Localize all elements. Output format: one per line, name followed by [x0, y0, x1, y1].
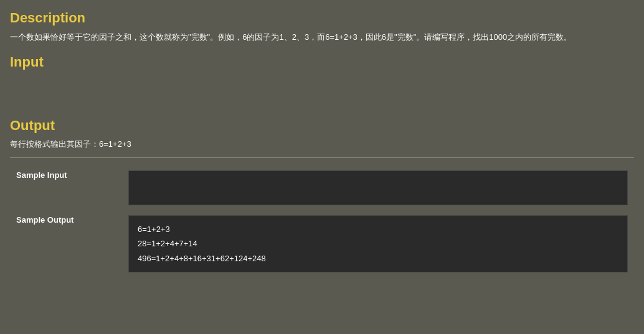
description-title: Description: [10, 10, 634, 26]
output-description: 每行按格式输出其因子：6=1+2+3: [10, 139, 634, 150]
output-line-2: 28=1+2+4+7+14: [138, 236, 618, 251]
sample-table: Sample Input Sample Output 6=1+2+3 28=1+…: [10, 165, 634, 277]
output-section: Output 每行按格式输出其因子：6=1+2+3: [10, 118, 634, 150]
sample-input-row: Sample Input: [10, 165, 634, 210]
main-container: Description 一个数如果恰好等于它的因子之和，这个数就称为"完数"。例…: [0, 0, 644, 287]
description-text: 一个数如果恰好等于它的因子之和，这个数就称为"完数"。例如，6的因子为1、2、3…: [10, 31, 634, 44]
sample-output-cell: 6=1+2+3 28=1+2+4+7+14 496=1+2+4+8+16+31+…: [122, 210, 634, 277]
input-spacer: [10, 75, 634, 113]
divider: [10, 157, 634, 158]
output-line-1: 6=1+2+3: [138, 222, 618, 236]
output-title: Output: [10, 118, 634, 134]
sample-output-row: Sample Output 6=1+2+3 28=1+2+4+7+14 496=…: [10, 210, 634, 277]
description-section: Description 一个数如果恰好等于它的因子之和，这个数就称为"完数"。例…: [10, 10, 634, 44]
sample-input-label: Sample Input: [10, 165, 122, 210]
output-line-3: 496=1+2+4+8+16+31+62+124+248: [138, 251, 618, 266]
sample-output-box: 6=1+2+3 28=1+2+4+7+14 496=1+2+4+8+16+31+…: [128, 215, 628, 272]
sample-output-label: Sample Output: [10, 210, 122, 277]
input-title: Input: [10, 54, 634, 70]
sample-input-box: [128, 170, 628, 205]
sample-input-cell: [122, 165, 634, 210]
input-section: Input: [10, 54, 634, 113]
